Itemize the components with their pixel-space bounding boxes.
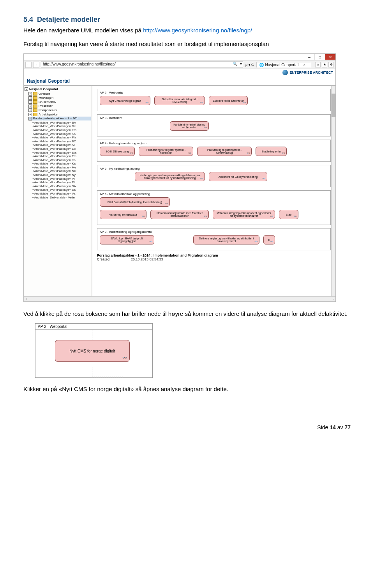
url-input[interactable]: http://www.geosynkronisering.no/files/ng… (41, 61, 243, 68)
work-package-box[interactable]: B👓 (263, 235, 275, 244)
page-footer: Side 14 av 77 (23, 424, 351, 430)
tree-sub-item[interactable]: «ArchiMate_WorkPackage» De (32, 124, 91, 128)
tree-sub-item[interactable]: «ArchiMate_WorkPackage» Ed (32, 147, 91, 151)
tree-item[interactable]: +Prosesser (28, 104, 91, 108)
swimlane: AP 6 - Ny nedlastingsløsningKartlegging … (97, 165, 331, 187)
swimlane: AP 6 - Metadatainnhold og piloteringPilo… (97, 190, 331, 225)
close-tab-icon[interactable]: × (303, 63, 305, 67)
tree-root[interactable]: ▪Nasjonal Geoportal (25, 87, 91, 91)
work-package-box[interactable]: Pilot BarentsWatch (Høsting, kvalitetshe… (100, 197, 170, 207)
scrollbar-horizontal[interactable]: ‹ › (24, 296, 335, 301)
glasses-icon: 👓 (204, 126, 207, 129)
glasses-icon: 👓 (149, 240, 153, 243)
work-package-box[interactable]: Metadata integrasjonskomponent og veiled… (213, 210, 275, 219)
folder-icon (33, 100, 37, 104)
tree-sub-item[interactable]: «ArchiMate_WorkPackage» Eta (32, 154, 91, 158)
work-package-box[interactable]: SAML Idp - BAAT testprofil tilgjengeligg… (100, 235, 154, 244)
maximize-button[interactable]: □ (314, 54, 325, 60)
tree-sub-item[interactable]: «ArchiMate_WorkPackage» BC (32, 140, 91, 143)
forward-button[interactable]: → (33, 62, 39, 68)
home-icon[interactable]: ⌂ (315, 62, 321, 67)
gear-icon[interactable]: ⚙ (328, 62, 334, 67)
tree-sub-item[interactable]: «ArchiMate_WorkPackage» Eta (32, 151, 91, 155)
work-package-box[interactable]: Søk etter metadata integrert i CMS(enkel… (154, 96, 205, 105)
model-tree[interactable]: ▪Nasjonal Geoportal +Oversikt+Motivasjon… (24, 86, 92, 296)
globe-icon: 🌐 (259, 63, 264, 67)
glasses-icon: 👓 (262, 177, 266, 180)
work-package-box[interactable]: Etab👓 (279, 210, 298, 219)
lane-title: AP 6 - Metadatainnhold og pilotering (100, 192, 328, 196)
glasses-icon: 👓 (200, 101, 203, 104)
close-button[interactable]: ✕ (325, 54, 335, 60)
glasses-icon: 👓 (247, 152, 250, 155)
tree-sub-item[interactable]: «ArchiMate_Deliverable» Veile (32, 196, 91, 200)
tree-sub-item[interactable]: «ArchiMate_WorkPackage» Ny (32, 173, 91, 177)
work-package-box[interactable]: Definere regler og krav til roller og at… (193, 235, 259, 244)
work-package-box[interactable]: Nytt CMS for norge digitalt👓 (100, 96, 150, 105)
tree-sub-item[interactable]: «ArchiMate_WorkPackage» Pil (32, 181, 91, 184)
lane-title: AP 4 - Katalogtjenester og registre (100, 142, 328, 145)
expand-icon[interactable]: + (28, 113, 32, 116)
tree-item[interactable]: +Motivasjon (28, 96, 91, 100)
lane-title: AP 3 - Kartklient (100, 116, 328, 120)
tree-sub-item[interactable]: «ArchiMate_WorkPackage» BA (32, 121, 91, 125)
tree-item[interactable]: +Brukerbehov (28, 100, 91, 104)
tree-sub-item[interactable]: «ArchiMate_WorkPackage» Ka (32, 158, 91, 162)
intro-paragraph: Hele den navigerbare UML modellen vises … (23, 26, 351, 34)
folder-icon (33, 104, 37, 108)
scrollbar-vertical[interactable] (331, 86, 335, 296)
tree-sub-item[interactable]: «ArchiMate_WorkPackage» Ka (32, 162, 91, 166)
expand-icon[interactable]: + (28, 92, 32, 96)
tree-sub-item[interactable]: «ArchiMate_WorkPackage» Me (32, 166, 91, 170)
expand-icon[interactable]: + (28, 108, 32, 112)
work-package-box[interactable]: SOSI DB overgang👓 (100, 147, 135, 156)
tree-item[interactable]: +Oversikt (28, 92, 91, 96)
tree-sub-item[interactable]: «ArchiMate_WorkPackage» Sa (32, 188, 91, 192)
tree-item-selected[interactable]: ▫Forslag arbeidspakker – 1 – 201 (28, 117, 91, 120)
tree-sub-item[interactable]: «ArchiMate_WorkPackage» Va (32, 192, 91, 196)
expand-icon[interactable]: + (28, 104, 32, 108)
work-package-box[interactable]: Etablere felles søkemotor👓 (209, 96, 248, 105)
tree-sub-item[interactable]: «ArchiMate_WorkPackage» Eta (32, 128, 91, 132)
expand-icon[interactable]: + (28, 96, 32, 100)
work-package-box[interactable]: Nytt CMS for norge digitalt 👓 (55, 340, 130, 362)
tree-item[interactable]: +Komponenter (28, 108, 91, 112)
glasses-icon: 👓 (165, 202, 168, 205)
scroll-right-icon[interactable]: › (331, 297, 335, 301)
scroll-left-icon[interactable]: ‹ (24, 297, 28, 301)
tree-sub-item[interactable]: «ArchiMate_WorkPackage» SA (32, 184, 91, 188)
star-icon[interactable]: ★ (322, 62, 327, 67)
window-title-bar: – □ ✕ (24, 54, 335, 60)
search-icon[interactable]: 🔍 (233, 62, 237, 66)
browser-tab[interactable]: 🌐 Nasjonal Geoportal × (256, 62, 311, 67)
ea-brand-bar: ENTERPRISE ARCHITECT (24, 69, 335, 76)
back-button[interactable]: ← (25, 62, 32, 68)
swimlane: AP 4 - Katalogtjenester og registreSOSI … (97, 140, 331, 162)
work-package-box[interactable]: ND administrasjonsside med forenklet met… (150, 210, 209, 219)
diagram-canvas[interactable]: AP 2 - WebportalNytt CMS for norge digit… (92, 86, 335, 296)
tree-sub-item[interactable]: «ArchiMate_WorkPackage» Pil (32, 177, 91, 181)
work-package-box[interactable]: Kartlegging av systemgrensesnitt og etab… (135, 172, 205, 181)
tree-sub-item[interactable]: «ArchiMate_WorkPackage» Ka (32, 132, 91, 136)
tree-item[interactable]: +Arbeidspakker (28, 113, 91, 117)
glasses-icon: 👓 (145, 101, 149, 104)
model-link[interactable]: http://www.geosynkronisering.no/files/ng… (143, 27, 252, 34)
work-package-box[interactable]: Kartklient for enkel visning av tjeneste… (170, 121, 209, 131)
work-package-box[interactable]: Pilotløsning registersystem - Objektkata… (197, 147, 252, 156)
expand-icon[interactable]: + (28, 100, 32, 104)
glasses-icon: 👓 (200, 177, 203, 180)
minimize-button[interactable]: – (304, 54, 314, 60)
lane-title: AP 6 - Ny nedlastingsløsning (100, 167, 328, 170)
lane-title: AP 2 - Webportal (100, 91, 328, 94)
work-package-box[interactable]: Validering av metadata👓 (100, 210, 146, 219)
tree-sub-item[interactable]: «ArchiMate_WorkPackage» Pla (32, 136, 91, 140)
body-paragraph-2: Klikker en på «Nytt CMS for norge digita… (23, 385, 351, 393)
work-package-box[interactable]: Etablering av fu👓 (256, 147, 287, 156)
folder-icon (33, 113, 37, 116)
work-package-box[interactable]: Pilotløsning for register system - kodel… (139, 147, 193, 156)
tree-sub-item[interactable]: «ArchiMate_WorkPackage» ND (32, 169, 91, 173)
work-package-box[interactable]: Abonnent for Geosynkronisering👓 (209, 172, 267, 181)
swimlane: AP 2 - WebportalNytt CMS for norge digit… (97, 89, 331, 111)
tree-sub-item[interactable]: «ArchiMate_WorkPackage» At (32, 143, 91, 147)
glasses-icon: 👓 (243, 101, 246, 104)
